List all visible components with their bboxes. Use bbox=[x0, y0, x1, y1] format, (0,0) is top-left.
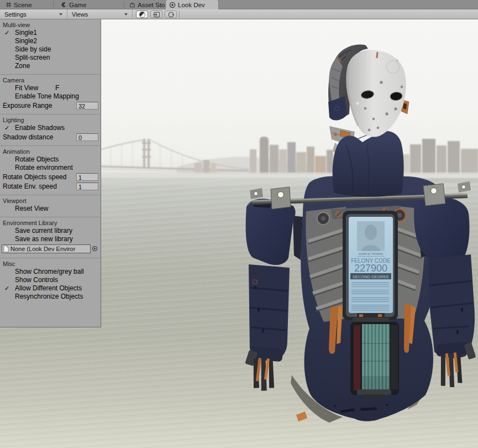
section-multi-view: Multi-view ✓Single1 Single2 Side by side… bbox=[0, 19, 101, 75]
lookdev-toolbar: Settings Views bbox=[0, 9, 478, 19]
store-icon bbox=[129, 2, 135, 8]
views-dropdown-button[interactable]: Views bbox=[67, 9, 133, 19]
environment-object-field[interactable]: None (Look Dev Enviror bbox=[2, 244, 91, 253]
editor-tab-bar: Scene Game Asset Store Look Dev bbox=[0, 0, 478, 9]
menu-item-rotate-environment[interactable]: Rotate environment bbox=[0, 164, 101, 172]
fit-frame-icon bbox=[153, 11, 160, 18]
picker-icon bbox=[92, 246, 98, 252]
section-animation: Animation Rotate Objects Rotate environm… bbox=[0, 146, 101, 195]
section-camera: Camera Fit ViewF Enable Tone Mapping Exp… bbox=[0, 75, 101, 114]
menu-item-enable-shadows[interactable]: ✓Enable Shadows bbox=[0, 124, 101, 132]
menu-item-zone[interactable]: Zone bbox=[0, 62, 101, 70]
rotate-objects-speed-input[interactable]: 1 bbox=[76, 173, 98, 181]
menu-item-show-chrome-grey-ball[interactable]: Show Chrome/grey ball bbox=[0, 268, 101, 276]
menu-item-save-current-library[interactable]: Save current library bbox=[0, 227, 101, 235]
menu-item-save-as-new-library[interactable]: Save as new library bbox=[0, 235, 101, 243]
menu-item-reset-view[interactable]: Reset View bbox=[0, 205, 101, 213]
frame-object-button[interactable] bbox=[150, 11, 162, 18]
game-icon bbox=[61, 2, 67, 8]
field-exposure-range: Exposure Range32 bbox=[0, 101, 101, 110]
tab-game[interactable]: Game bbox=[57, 0, 90, 9]
menu-item-single2[interactable]: Single2 bbox=[0, 37, 101, 45]
grid-icon bbox=[6, 2, 12, 8]
section-title: Multi-view bbox=[0, 19, 101, 29]
exposure-range-input[interactable]: 32 bbox=[76, 102, 98, 110]
section-title: Misc bbox=[0, 258, 101, 268]
eye-icon bbox=[169, 2, 176, 8]
rotate-env-speed-input[interactable]: 1 bbox=[76, 183, 98, 190]
environment-object-field-row: None (Look Dev Enviror bbox=[0, 243, 101, 254]
section-title: Animation bbox=[0, 146, 101, 155]
shadow-distance-input[interactable]: 0 bbox=[76, 133, 98, 141]
shortcut-key: F bbox=[55, 84, 59, 92]
menu-item-resynchronize-objects[interactable]: Resynchronize Objects bbox=[0, 293, 101, 301]
field-rotate-objects-speed: Rotate Objects speed1 bbox=[0, 172, 101, 181]
section-lighting: Lighting ✓Enable Shadows Shadow distance… bbox=[0, 114, 101, 146]
menu-item-single1[interactable]: ✓Single1 bbox=[0, 29, 101, 37]
menu-item-allow-different-objects[interactable]: ✓Allow Different Objects bbox=[0, 284, 101, 293]
section-misc: Misc Show Chrome/grey ball Show Controls… bbox=[0, 258, 101, 305]
section-viewport: Viewport Reset View bbox=[0, 195, 101, 217]
section-title: Viewport bbox=[0, 195, 101, 205]
field-rotate-env-speed: Rotate Env. speed1 bbox=[0, 181, 101, 191]
unity-lookdev-window: ADAM W. THOMAS FELONY CODE 227900 SECOND… bbox=[0, 0, 478, 448]
field-shadow-distance: Shadow distance0 bbox=[0, 132, 101, 142]
settings-panel: Multi-view ✓Single1 Single2 Side by side… bbox=[0, 19, 101, 327]
menu-item-split-screen[interactable]: Split-screen bbox=[0, 54, 101, 62]
orbit-icon bbox=[167, 11, 175, 18]
checkmark: ✓ bbox=[4, 124, 9, 132]
object-picker-button[interactable] bbox=[91, 246, 99, 252]
sphere-icon bbox=[139, 11, 146, 18]
menu-item-rotate-objects[interactable]: Rotate Objects bbox=[0, 155, 101, 164]
menu-item-side-by-side[interactable]: Side by side bbox=[0, 45, 101, 54]
tab-scene[interactable]: Scene bbox=[2, 0, 35, 9]
lookdev-sphere-button[interactable] bbox=[136, 11, 148, 18]
section-environment-library: Environment Library Save current library… bbox=[0, 217, 101, 258]
section-title: Environment Library bbox=[0, 217, 101, 227]
chevron-down-icon bbox=[124, 13, 128, 15]
checkmark: ✓ bbox=[4, 29, 9, 37]
menu-item-enable-tone-mapping[interactable]: Enable Tone Mapping bbox=[0, 92, 101, 101]
checkmark: ✓ bbox=[4, 284, 9, 293]
menu-item-fit-view[interactable]: Fit ViewF bbox=[0, 84, 101, 92]
tab-look-dev[interactable]: Look Dev bbox=[165, 0, 219, 9]
sync-views-button[interactable] bbox=[165, 11, 177, 18]
menu-item-show-controls[interactable]: Show Controls bbox=[0, 276, 101, 284]
section-title: Camera bbox=[0, 75, 101, 84]
page-icon bbox=[3, 246, 9, 252]
section-title: Lighting bbox=[0, 114, 101, 124]
chevron-down-icon bbox=[59, 13, 62, 15]
settings-dropdown-button[interactable]: Settings bbox=[0, 9, 67, 19]
